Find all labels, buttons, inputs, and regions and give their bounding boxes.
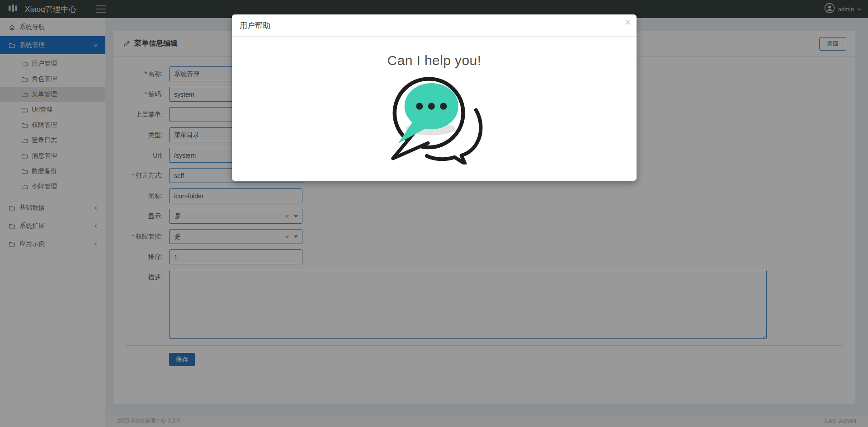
modal-title: 用户帮助: [240, 21, 270, 30]
chat-bubbles-illustration: [385, 74, 484, 164]
help-message: Can I help you!: [232, 53, 637, 68]
modal-header: 用户帮助 ×: [232, 14, 637, 37]
help-modal: 用户帮助 × Can I help you!: [232, 14, 637, 181]
close-icon[interactable]: ×: [625, 18, 631, 28]
modal-body: Can I help you!: [232, 53, 637, 166]
